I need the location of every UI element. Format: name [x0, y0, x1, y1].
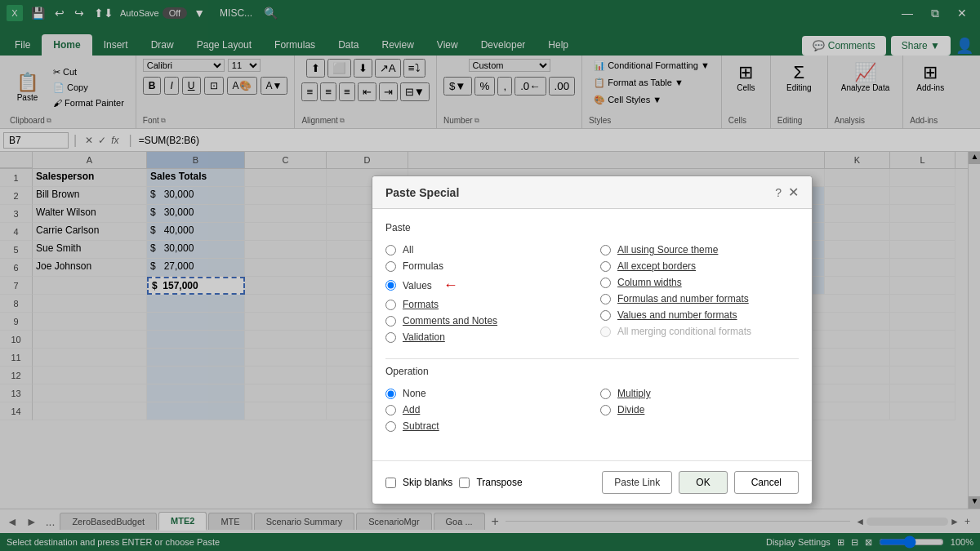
paste-option-all-source-theme: All using Source theme: [600, 242, 799, 258]
paste-right-column: All using Source theme All except border…: [600, 242, 799, 345]
paste-col-widths-label[interactable]: Column widths: [617, 277, 682, 288]
paste-option-col-widths: Column widths: [600, 274, 799, 291]
paste-formulas-num-label[interactable]: Formulas and number formats: [617, 293, 749, 304]
paste-all-source-radio[interactable]: [600, 245, 611, 256]
paste-validation-radio[interactable]: [385, 332, 396, 343]
paste-comments-radio[interactable]: [385, 316, 396, 327]
transpose-checkbox[interactable]: [459, 478, 470, 488]
transpose-label[interactable]: Transpose: [476, 477, 522, 488]
operation-right-column: Multiply Divide: [600, 385, 799, 434]
modal-body: Paste All Formulas Values ←: [372, 209, 812, 460]
paste-option-formats: Formats: [385, 296, 584, 313]
modal-help-btn[interactable]: ?: [775, 186, 782, 199]
paste-all-except-label[interactable]: All except borders: [617, 260, 696, 272]
paste-values-radio[interactable]: [385, 280, 396, 291]
ok-button[interactable]: OK: [679, 471, 727, 494]
op-subtract-radio[interactable]: [385, 421, 396, 432]
op-add-radio[interactable]: [385, 405, 396, 415]
op-divide-label[interactable]: Divide: [617, 404, 644, 415]
paste-formulas-radio[interactable]: [385, 261, 396, 272]
paste-option-all-except-borders: All except borders: [600, 258, 799, 274]
paste-section-label: Paste: [385, 222, 799, 233]
operation-multiply: Multiply: [600, 385, 799, 402]
op-none-radio[interactable]: [385, 389, 396, 399]
modal-overlay: Paste Special ? ✕ Paste All Formulas: [0, 0, 980, 551]
skip-blanks-checkbox[interactable]: [385, 478, 396, 488]
paste-link-button[interactable]: Paste Link: [602, 471, 672, 494]
paste-option-values: Values ←: [385, 274, 584, 296]
operation-subtract: Subtract: [385, 418, 584, 434]
paste-option-comments: Comments and Notes: [385, 313, 584, 329]
modal-footer-left: Skip blanks Transpose: [385, 477, 523, 488]
operation-section-label: Operation: [385, 366, 799, 377]
operation-left-column: None Add Subtract: [385, 385, 584, 434]
paste-all-merging-radio[interactable]: [600, 327, 611, 337]
modal-header: Paste Special ? ✕: [372, 176, 812, 209]
modal-header-right: ? ✕: [775, 184, 799, 200]
paste-values-num-label[interactable]: Values and number formats: [617, 309, 737, 321]
paste-options-grid: All Formulas Values ← Formats: [385, 242, 799, 345]
op-add-label[interactable]: Add: [403, 404, 420, 415]
paste-option-validation: Validation: [385, 329, 584, 345]
op-none-label[interactable]: None: [403, 388, 426, 399]
paste-values-label[interactable]: Values: [403, 280, 432, 291]
modal-footer-right: Paste Link OK Cancel: [602, 471, 799, 494]
paste-all-radio[interactable]: [385, 245, 396, 256]
skip-blanks-option: Skip blanks: [385, 477, 452, 488]
op-subtract-label[interactable]: Subtract: [403, 420, 439, 432]
paste-values-num-radio[interactable]: [600, 310, 611, 321]
transpose-option: Transpose: [459, 477, 522, 488]
paste-all-source-label[interactable]: All using Source theme: [617, 244, 718, 256]
op-multiply-radio[interactable]: [600, 389, 611, 399]
values-arrow-indicator: ←: [443, 277, 458, 294]
modal-footer: Skip blanks Transpose Paste Link OK Canc…: [372, 460, 812, 504]
paste-formats-radio[interactable]: [385, 300, 396, 310]
paste-all-label[interactable]: All: [403, 244, 413, 256]
paste-formulas-num-radio[interactable]: [600, 294, 611, 304]
paste-all-except-radio[interactable]: [600, 261, 611, 272]
operation-none: None: [385, 385, 584, 402]
paste-validation-label[interactable]: Validation: [403, 331, 445, 343]
paste-option-values-num: Values and number formats: [600, 307, 799, 323]
paste-col-widths-radio[interactable]: [600, 278, 611, 288]
paste-comments-label[interactable]: Comments and Notes: [403, 315, 497, 327]
operation-divide: Divide: [600, 402, 799, 418]
paste-option-formulas-num: Formulas and number formats: [600, 291, 799, 307]
paste-option-all: All: [385, 242, 584, 258]
paste-formulas-label[interactable]: Formulas: [403, 260, 443, 272]
paste-formats-label[interactable]: Formats: [403, 299, 439, 310]
operation-add: Add: [385, 402, 584, 418]
op-divide-radio[interactable]: [600, 405, 611, 415]
paste-option-formulas: Formulas: [385, 258, 584, 274]
paste-all-merging-label: All merging conditional formats: [617, 326, 751, 337]
cancel-button[interactable]: Cancel: [734, 471, 799, 494]
paste-special-dialog: Paste Special ? ✕ Paste All Formulas: [372, 176, 813, 504]
operation-options-grid: None Add Subtract Multiply: [385, 385, 799, 434]
modal-title: Paste Special: [385, 186, 459, 199]
paste-left-column: All Formulas Values ← Formats: [385, 242, 584, 345]
op-multiply-label[interactable]: Multiply: [617, 388, 651, 399]
modal-divider-1: [385, 358, 799, 359]
paste-option-all-merging: All merging conditional formats: [600, 323, 799, 340]
skip-blanks-label[interactable]: Skip blanks: [403, 477, 452, 488]
modal-close-btn[interactable]: ✕: [788, 184, 799, 200]
